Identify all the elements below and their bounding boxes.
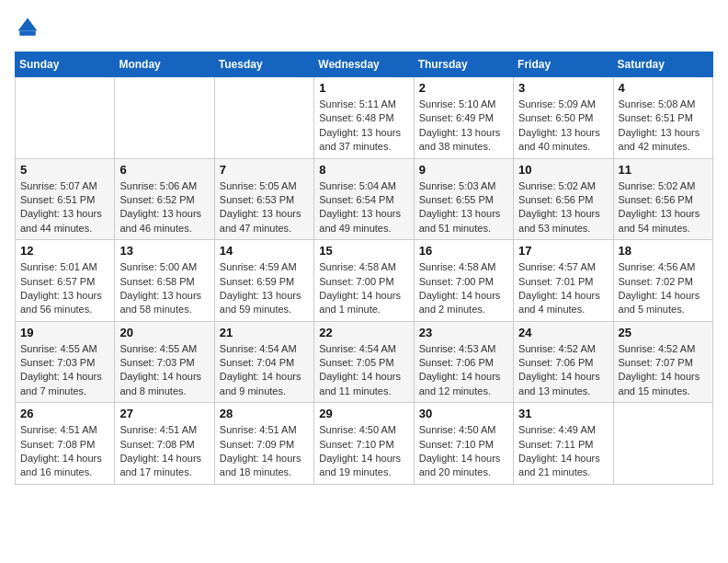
calendar-week-3: 12Sunrise: 5:01 AM Sunset: 6:57 PM Dayli… [16, 240, 713, 322]
calendar-cell: 17Sunrise: 4:57 AM Sunset: 7:01 PM Dayli… [514, 240, 613, 322]
day-info: Sunrise: 4:52 AM Sunset: 7:06 PM Dayligh… [518, 342, 608, 399]
calendar-cell: 28Sunrise: 4:51 AM Sunset: 7:09 PM Dayli… [214, 403, 313, 485]
calendar-week-5: 26Sunrise: 4:51 AM Sunset: 7:08 PM Dayli… [16, 403, 713, 485]
day-number: 4 [619, 81, 708, 95]
day-number: 25 [619, 326, 708, 339]
calendar-cell: 1Sunrise: 5:11 AM Sunset: 6:48 PM Daylig… [314, 77, 414, 159]
calendar-cell [214, 77, 313, 159]
day-info: Sunrise: 4:50 AM Sunset: 7:10 PM Dayligh… [319, 423, 408, 480]
calendar-cell: 9Sunrise: 5:03 AM Sunset: 6:55 PM Daylig… [414, 158, 513, 240]
calendar-cell: 30Sunrise: 4:50 AM Sunset: 7:10 PM Dayli… [414, 403, 513, 485]
day-number: 7 [220, 163, 309, 177]
day-info: Sunrise: 4:58 AM Sunset: 7:00 PM Dayligh… [419, 260, 508, 317]
day-number: 19 [20, 326, 109, 339]
calendar-cell: 5Sunrise: 5:07 AM Sunset: 6:51 PM Daylig… [16, 158, 115, 240]
weekday-header-friday: Friday [514, 52, 613, 77]
day-info: Sunrise: 5:03 AM Sunset: 6:55 PM Dayligh… [419, 179, 508, 236]
day-info: Sunrise: 5:08 AM Sunset: 6:51 PM Dayligh… [619, 98, 708, 155]
day-info: Sunrise: 4:58 AM Sunset: 7:00 PM Dayligh… [319, 260, 408, 317]
logo-icon [15, 15, 40, 40]
day-info: Sunrise: 4:49 AM Sunset: 7:11 PM Dayligh… [518, 423, 608, 480]
day-number: 12 [20, 244, 109, 258]
svg-rect-1 [19, 31, 36, 36]
calendar-cell: 8Sunrise: 5:04 AM Sunset: 6:54 PM Daylig… [314, 158, 414, 240]
day-info: Sunrise: 5:00 AM Sunset: 6:58 PM Dayligh… [119, 260, 209, 317]
calendar-cell: 31Sunrise: 4:49 AM Sunset: 7:11 PM Dayli… [514, 403, 613, 485]
day-info: Sunrise: 4:53 AM Sunset: 7:06 PM Dayligh… [419, 342, 508, 399]
calendar-week-2: 5Sunrise: 5:07 AM Sunset: 6:51 PM Daylig… [16, 158, 713, 240]
weekday-header-saturday: Saturday [613, 52, 712, 77]
weekday-header-thursday: Thursday [414, 52, 513, 77]
calendar-cell: 2Sunrise: 5:10 AM Sunset: 6:49 PM Daylig… [414, 77, 513, 159]
day-number: 30 [419, 407, 508, 420]
calendar-cell: 20Sunrise: 4:55 AM Sunset: 7:03 PM Dayli… [115, 321, 214, 403]
day-number: 11 [619, 163, 708, 177]
calendar-cell: 21Sunrise: 4:54 AM Sunset: 7:04 PM Dayli… [214, 321, 313, 403]
calendar-cell: 3Sunrise: 5:09 AM Sunset: 6:50 PM Daylig… [514, 77, 613, 159]
day-info: Sunrise: 4:57 AM Sunset: 7:01 PM Dayligh… [518, 260, 608, 317]
calendar-week-1: 1Sunrise: 5:11 AM Sunset: 6:48 PM Daylig… [16, 77, 713, 159]
day-info: Sunrise: 5:04 AM Sunset: 6:54 PM Dayligh… [319, 179, 408, 236]
day-number: 29 [319, 407, 408, 420]
calendar-cell: 7Sunrise: 5:05 AM Sunset: 6:53 PM Daylig… [214, 158, 313, 240]
day-info: Sunrise: 4:56 AM Sunset: 7:02 PM Dayligh… [619, 260, 708, 317]
day-number: 20 [119, 326, 209, 339]
day-number: 13 [119, 244, 209, 258]
day-number: 31 [518, 407, 608, 420]
day-number: 8 [319, 163, 408, 177]
day-number: 5 [20, 163, 109, 177]
day-number: 26 [20, 407, 109, 420]
day-info: Sunrise: 4:59 AM Sunset: 6:59 PM Dayligh… [220, 260, 309, 317]
day-number: 14 [220, 244, 309, 258]
day-number: 9 [419, 163, 508, 177]
calendar-cell: 10Sunrise: 5:02 AM Sunset: 6:56 PM Dayli… [514, 158, 613, 240]
calendar-cell [115, 77, 214, 159]
day-info: Sunrise: 4:55 AM Sunset: 7:03 PM Dayligh… [119, 342, 209, 399]
calendar-table: SundayMondayTuesdayWednesdayThursdayFrid… [15, 52, 713, 485]
day-info: Sunrise: 5:10 AM Sunset: 6:49 PM Dayligh… [419, 98, 508, 155]
calendar-cell: 11Sunrise: 5:02 AM Sunset: 6:56 PM Dayli… [613, 158, 712, 240]
calendar-cell: 13Sunrise: 5:00 AM Sunset: 6:58 PM Dayli… [115, 240, 214, 322]
day-info: Sunrise: 5:02 AM Sunset: 6:56 PM Dayligh… [619, 179, 708, 236]
day-info: Sunrise: 5:02 AM Sunset: 6:56 PM Dayligh… [518, 179, 608, 236]
calendar-cell: 25Sunrise: 4:52 AM Sunset: 7:07 PM Dayli… [613, 321, 712, 403]
day-info: Sunrise: 4:51 AM Sunset: 7:08 PM Dayligh… [119, 423, 209, 480]
day-info: Sunrise: 5:09 AM Sunset: 6:50 PM Dayligh… [518, 98, 608, 155]
calendar-cell: 29Sunrise: 4:50 AM Sunset: 7:10 PM Dayli… [314, 403, 414, 485]
calendar-cell: 27Sunrise: 4:51 AM Sunset: 7:08 PM Dayli… [115, 403, 214, 485]
day-info: Sunrise: 5:05 AM Sunset: 6:53 PM Dayligh… [220, 179, 309, 236]
day-number: 2 [419, 81, 508, 95]
day-number: 10 [518, 163, 608, 177]
calendar-cell: 24Sunrise: 4:52 AM Sunset: 7:06 PM Dayli… [514, 321, 613, 403]
day-number: 27 [119, 407, 209, 420]
weekday-header-tuesday: Tuesday [214, 52, 313, 77]
day-info: Sunrise: 4:51 AM Sunset: 7:09 PM Dayligh… [220, 423, 309, 480]
calendar-cell: 6Sunrise: 5:06 AM Sunset: 6:52 PM Daylig… [115, 158, 214, 240]
day-info: Sunrise: 4:50 AM Sunset: 7:10 PM Dayligh… [419, 423, 508, 480]
svg-marker-0 [18, 18, 38, 31]
calendar-week-4: 19Sunrise: 4:55 AM Sunset: 7:03 PM Dayli… [16, 321, 713, 403]
day-number: 22 [319, 326, 408, 339]
day-number: 17 [518, 244, 608, 258]
logo [15, 15, 44, 40]
day-number: 3 [518, 81, 608, 95]
day-info: Sunrise: 4:52 AM Sunset: 7:07 PM Dayligh… [619, 342, 708, 399]
day-info: Sunrise: 4:54 AM Sunset: 7:04 PM Dayligh… [220, 342, 309, 399]
day-number: 1 [319, 81, 408, 95]
day-number: 16 [419, 244, 508, 258]
day-number: 23 [419, 326, 508, 339]
day-number: 21 [220, 326, 309, 339]
calendar-cell: 26Sunrise: 4:51 AM Sunset: 7:08 PM Dayli… [16, 403, 115, 485]
calendar-cell [613, 403, 712, 485]
day-info: Sunrise: 4:54 AM Sunset: 7:05 PM Dayligh… [319, 342, 408, 399]
day-info: Sunrise: 5:01 AM Sunset: 6:57 PM Dayligh… [20, 260, 109, 317]
calendar-cell: 19Sunrise: 4:55 AM Sunset: 7:03 PM Dayli… [16, 321, 115, 403]
page-header [15, 15, 713, 40]
day-info: Sunrise: 5:11 AM Sunset: 6:48 PM Dayligh… [319, 98, 408, 155]
day-info: Sunrise: 4:51 AM Sunset: 7:08 PM Dayligh… [20, 423, 109, 480]
calendar-cell: 15Sunrise: 4:58 AM Sunset: 7:00 PM Dayli… [314, 240, 414, 322]
day-info: Sunrise: 4:55 AM Sunset: 7:03 PM Dayligh… [20, 342, 109, 399]
weekday-header-sunday: Sunday [16, 52, 115, 77]
calendar-cell: 12Sunrise: 5:01 AM Sunset: 6:57 PM Dayli… [16, 240, 115, 322]
calendar-cell [16, 77, 115, 159]
